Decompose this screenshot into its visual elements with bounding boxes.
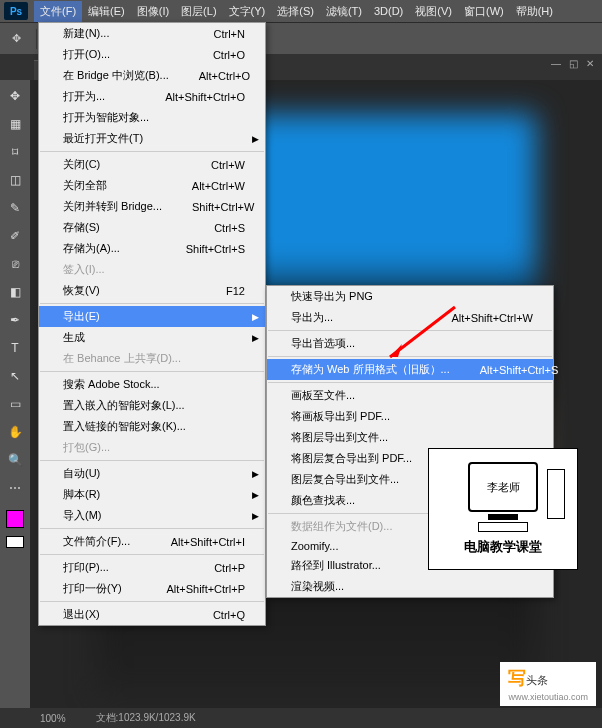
file-menu: 新建(N)...Ctrl+N打开(O)...Ctrl+O在 Bridge 中浏览… [38, 22, 266, 626]
restore-icon[interactable]: ◱ [569, 58, 578, 69]
crop-tool-icon[interactable]: ◫ [4, 170, 26, 190]
menu-item[interactable]: 打印(P)...Ctrl+P [39, 557, 265, 578]
menu-item[interactable]: 新建(N)...Ctrl+N [39, 23, 265, 44]
foreground-color-swatch[interactable] [6, 510, 24, 528]
app-logo: Ps [4, 2, 28, 20]
menu-type[interactable]: 文字(Y) [223, 1, 272, 22]
move-tool-icon[interactable]: ✥ [4, 86, 26, 106]
gradient-tool-icon[interactable]: ◧ [4, 282, 26, 302]
menu-item[interactable]: 在 Bridge 中浏览(B)...Alt+Ctrl+O [39, 65, 265, 86]
submenu-arrow-icon: ▶ [252, 333, 259, 343]
menu-item[interactable]: 恢复(V)F12 [39, 280, 265, 301]
submenu-arrow-icon: ▶ [252, 490, 259, 500]
watermark-brand: 写 [508, 668, 526, 688]
more-tools-icon[interactable]: ⋯ [4, 478, 26, 498]
menu-item[interactable]: 渲染视频... [267, 576, 553, 597]
menu-item[interactable]: 关闭(C)Ctrl+W [39, 154, 265, 175]
teacher-title: 电脑教学课堂 [464, 538, 542, 556]
clone-tool-icon[interactable]: ⎚ [4, 254, 26, 274]
menu-help[interactable]: 帮助(H) [510, 1, 559, 22]
eyedropper-tool-icon[interactable]: ✎ [4, 198, 26, 218]
menu-item[interactable]: 搜索 Adobe Stock... [39, 374, 265, 395]
menu-item[interactable]: 打开为智能对象... [39, 107, 265, 128]
menu-item[interactable]: 存储为(A)...Shift+Ctrl+S [39, 238, 265, 259]
teacher-card: 李老师 电脑教学课堂 [428, 448, 578, 570]
zoom-level[interactable]: 100% [40, 713, 66, 724]
menu-window[interactable]: 窗口(W) [458, 1, 510, 22]
menu-item[interactable]: 画板至文件... [267, 385, 553, 406]
submenu-arrow-icon: ▶ [252, 134, 259, 144]
submenu-arrow-icon: ▶ [252, 312, 259, 322]
move-tool-icon: ✥ [6, 29, 26, 49]
menu-item[interactable]: 最近打开文件(T)▶ [39, 128, 265, 149]
menubar: Ps 文件(F) 编辑(E) 图像(I) 图层(L) 文字(Y) 选择(S) 滤… [0, 0, 602, 22]
marquee-tool-icon[interactable]: ▦ [4, 114, 26, 134]
menu-item[interactable]: 打开为...Alt+Shift+Ctrl+O [39, 86, 265, 107]
menu-item[interactable]: 置入链接的智能对象(K)... [39, 416, 265, 437]
menu-item[interactable]: 打开(O)...Ctrl+O [39, 44, 265, 65]
keyboard-icon [478, 522, 528, 532]
site-watermark: 写头条 www.xietoutiao.com [500, 662, 596, 706]
menu-item[interactable]: 存储(S)Ctrl+S [39, 217, 265, 238]
type-tool-icon[interactable]: T [4, 338, 26, 358]
watermark-text: 头条 [526, 674, 548, 686]
doc-size: 文档:1023.9K/1023.9K [96, 711, 196, 725]
menu-item[interactable]: 退出(X)Ctrl+Q [39, 604, 265, 625]
hand-tool-icon[interactable]: ✋ [4, 422, 26, 442]
menu-item[interactable]: 导出首选项... [267, 333, 553, 354]
menu-item[interactable]: 脚本(R)▶ [39, 484, 265, 505]
menu-select[interactable]: 选择(S) [271, 1, 320, 22]
menu-item[interactable]: 导入(M)▶ [39, 505, 265, 526]
menu-item[interactable]: 生成▶ [39, 327, 265, 348]
menu-view[interactable]: 视图(V) [409, 1, 458, 22]
menu-item[interactable]: 关闭全部Alt+Ctrl+W [39, 175, 265, 196]
menu-item[interactable]: 导出(E)▶ [39, 306, 265, 327]
tools-panel: ✥ ▦ ⌑ ◫ ✎ ✐ ⎚ ◧ ✒ T ↖ ▭ ✋ 🔍 ⋯ [0, 80, 30, 708]
brush-tool-icon[interactable]: ✐ [4, 226, 26, 246]
watermark-url: www.xietoutiao.com [508, 692, 588, 702]
menu-item[interactable]: 将画板导出到 PDF... [267, 406, 553, 427]
menu-3d[interactable]: 3D(D) [368, 2, 409, 20]
menu-edit[interactable]: 编辑(E) [82, 1, 131, 22]
menu-item[interactable]: 将图层导出到文件... [267, 427, 553, 448]
submenu-arrow-icon: ▶ [252, 511, 259, 521]
pen-tool-icon[interactable]: ✒ [4, 310, 26, 330]
submenu-arrow-icon: ▶ [252, 469, 259, 479]
zoom-tool-icon[interactable]: 🔍 [4, 450, 26, 470]
menu-item[interactable]: 置入嵌入的智能对象(L)... [39, 395, 265, 416]
path-tool-icon[interactable]: ↖ [4, 366, 26, 386]
menu-item: 打包(G)... [39, 437, 265, 458]
shape-tool-icon[interactable]: ▭ [4, 394, 26, 414]
menu-item[interactable]: 自动(U)▶ [39, 463, 265, 484]
status-bar: 100% 文档:1023.9K/1023.9K [30, 708, 602, 728]
menu-item: 在 Behance 上共享(D)... [39, 348, 265, 369]
minimize-icon[interactable]: — [551, 58, 561, 69]
menu-item[interactable]: 快速导出为 PNG [267, 286, 553, 307]
menu-filter[interactable]: 滤镜(T) [320, 1, 368, 22]
background-color-swatch[interactable] [6, 536, 24, 548]
menu-item[interactable]: 关闭并转到 Bridge...Shift+Ctrl+W [39, 196, 265, 217]
menu-image[interactable]: 图像(I) [131, 1, 175, 22]
menu-layer[interactable]: 图层(L) [175, 1, 222, 22]
menu-item[interactable]: 存储为 Web 所用格式（旧版）...Alt+Shift+Ctrl+S [267, 359, 553, 380]
menu-item: 签入(I)... [39, 259, 265, 280]
monitor-base [488, 514, 518, 520]
computer-tower-icon [547, 469, 565, 519]
menu-item[interactable]: 打印一份(Y)Alt+Shift+Ctrl+P [39, 578, 265, 599]
menu-item[interactable]: 导出为...Alt+Shift+Ctrl+W [267, 307, 553, 328]
monitor-icon: 李老师 [468, 462, 538, 512]
close-icon[interactable]: ✕ [586, 58, 594, 69]
menu-file[interactable]: 文件(F) [34, 1, 82, 22]
window-controls: — ◱ ✕ [551, 58, 594, 69]
menu-item[interactable]: 文件简介(F)...Alt+Shift+Ctrl+I [39, 531, 265, 552]
lasso-tool-icon[interactable]: ⌑ [4, 142, 26, 162]
